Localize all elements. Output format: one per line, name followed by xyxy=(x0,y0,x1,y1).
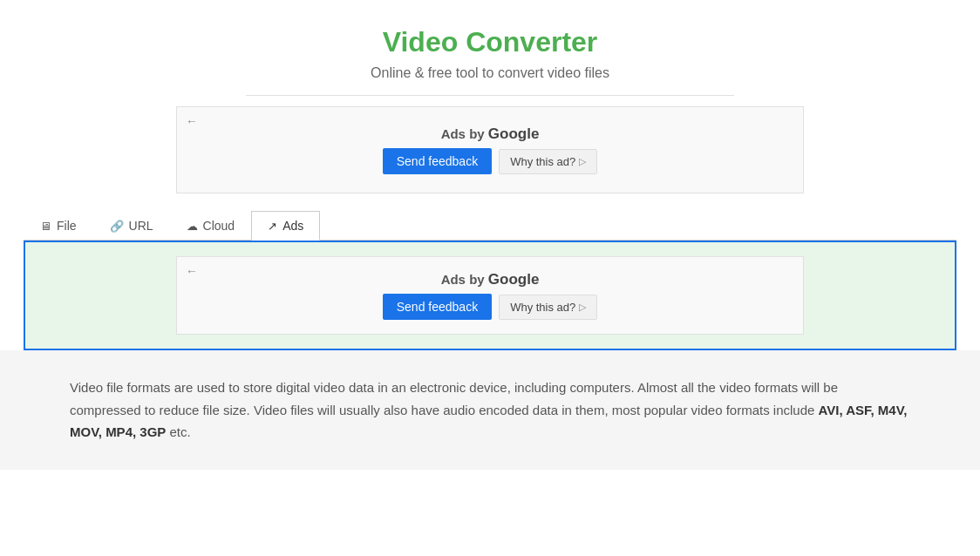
tabs-container: 🖥 File 🔗 URL ☁ Cloud ↗ Ads xyxy=(24,211,956,241)
top-ad-area: ← Ads by Google Send feedback Why this a… xyxy=(176,106,804,193)
tab-content-ads: ← Ads by Google Send feedback Why this a… xyxy=(24,241,956,350)
top-why-this-ad-button[interactable]: Why this ad? ▷ xyxy=(499,149,597,174)
inner-ads-by-google-label: Ads by Google xyxy=(383,271,598,288)
top-ad-buttons: Send feedback Why this ad? ▷ xyxy=(383,148,598,174)
inner-ad-box: ← Ads by Google Send feedback Why this a… xyxy=(176,256,804,335)
description-section: Video file formats are used to store dig… xyxy=(0,350,980,470)
description-text: Video file formats are used to store dig… xyxy=(70,376,910,444)
tab-url-label: URL xyxy=(129,219,153,233)
tab-file[interactable]: 🖥 File xyxy=(24,211,93,240)
ads-by-google-label: Ads by Google xyxy=(383,125,598,143)
inner-ad-buttons: Send feedback Why this ad? ▷ xyxy=(383,294,598,320)
tab-cloud[interactable]: ☁ Cloud xyxy=(170,211,252,240)
inner-why-this-ad-button[interactable]: Why this ad? ▷ xyxy=(499,295,597,320)
inner-send-feedback-button[interactable]: Send feedback xyxy=(383,294,492,320)
divider xyxy=(246,95,734,96)
file-icon: 🖥 xyxy=(40,220,51,233)
why-ad-arrow-icon: ▷ xyxy=(579,156,586,167)
url-icon: 🔗 xyxy=(110,220,124,233)
inner-ad-back-arrow: ← xyxy=(186,264,198,278)
page-header: Video Converter Online & free tool to co… xyxy=(0,26,980,81)
ads-icon: ↗ xyxy=(268,220,277,233)
top-ad-inner: Ads by Google Send feedback Why this ad?… xyxy=(383,125,598,174)
description-text-before: Video file formats are used to store dig… xyxy=(70,380,838,417)
tab-file-label: File xyxy=(57,219,77,233)
tabs-row: 🖥 File 🔗 URL ☁ Cloud ↗ Ads xyxy=(24,211,956,241)
tab-ads[interactable]: ↗ Ads xyxy=(251,211,320,241)
inner-why-ad-arrow-icon: ▷ xyxy=(579,302,586,313)
page-subtitle: Online & free tool to convert video file… xyxy=(0,65,980,81)
cloud-icon: ☁ xyxy=(187,220,198,233)
tab-cloud-label: Cloud xyxy=(203,219,235,233)
tab-ads-label: Ads xyxy=(282,219,303,233)
page-title: Video Converter xyxy=(0,26,980,58)
tab-url[interactable]: 🔗 URL xyxy=(93,211,170,240)
description-text-after: etc. xyxy=(166,424,190,439)
inner-ad-content: Ads by Google Send feedback Why this ad?… xyxy=(383,271,598,320)
top-send-feedback-button[interactable]: Send feedback xyxy=(383,148,492,174)
ad-back-arrow: ← xyxy=(186,114,198,128)
page-container: Video Converter Online & free tool to co… xyxy=(0,0,980,470)
